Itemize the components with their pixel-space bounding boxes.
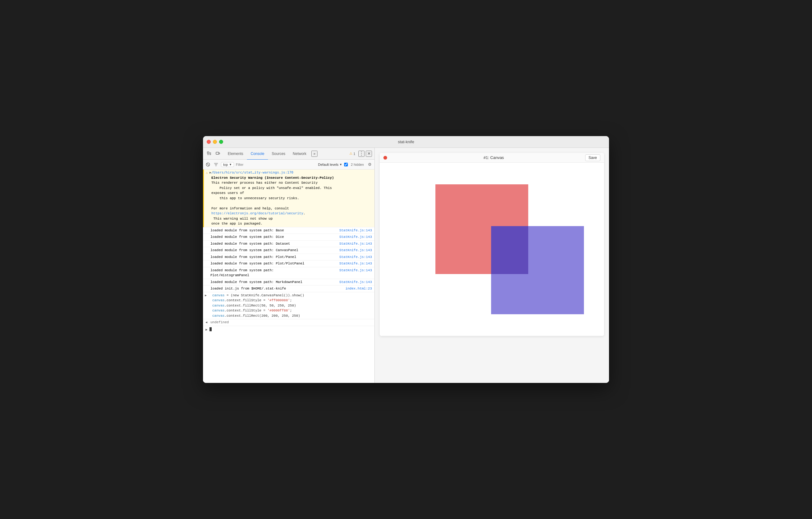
log-message-initjs: loaded init.js from $HOME/.stat-knife in… (203, 285, 374, 292)
maximize-button[interactable] (219, 140, 223, 144)
console-output: ⚠ ▶ /Users/hiro/src/stat…ity-warnings.js… (203, 170, 374, 383)
statknife-link-7[interactable]: StatKnife.js:143 (339, 268, 372, 273)
statknife-link-6[interactable]: StatKnife.js:143 (339, 261, 372, 266)
canvas-header: #1: Canvas Save (380, 153, 604, 163)
console-toolbar: top ▼ Default levels ▼ 2 hidden ⚙ (203, 160, 374, 170)
log-message-base: loaded module from system path: Base Sta… (203, 227, 374, 234)
overlap-area (491, 226, 528, 274)
inspect-element-button[interactable] (205, 150, 213, 157)
warning-file-path: /Users/hiro/src/stat…ity-warnings.js:170 (211, 170, 293, 175)
warning-message: ⚠ ▶ /Users/hiro/src/stat…ity-warnings.js… (203, 170, 374, 227)
statknife-link-5[interactable]: StatKnife.js:143 (339, 254, 372, 260)
log-message-dice: loaded module from system path: Dice Sta… (203, 234, 374, 241)
warning-triangle-icon: ⚠ (206, 171, 208, 176)
statknife-link-4[interactable]: StatKnife.js:143 (339, 248, 372, 253)
svg-rect-5 (216, 152, 219, 154)
console-input-code: canvas = (new StatKnife.CanvasPanel()).s… (212, 293, 372, 318)
hidden-count: 2 hidden (350, 163, 365, 166)
devtools-panel: Elements Console Sources Network » (203, 148, 375, 383)
security-doc-link[interactable]: https://electronjs.org/docs/tutorial/sec… (211, 212, 303, 215)
log-message-plotpanel: loaded module from system path: Plot/Pan… (203, 254, 374, 261)
canvas-status-dot (383, 156, 387, 160)
tab-console[interactable]: Console (247, 148, 268, 160)
canvas-drawing-area (386, 169, 598, 330)
warning-icon: ⚠ (349, 152, 352, 156)
new-input-line[interactable]: ▶ (203, 326, 374, 334)
minimize-button[interactable] (213, 140, 217, 144)
statknife-link-3[interactable]: StatKnife.js:143 (339, 241, 372, 246)
log-message-dataset: loaded module from system path: Dataset … (203, 241, 374, 247)
output-arrow-icon: ◀ (205, 320, 207, 325)
app-window: stat-knife (203, 136, 609, 383)
statknife-link-1[interactable]: StatKnife.js:143 (339, 228, 372, 233)
level-selector[interactable]: Default levels ▼ (318, 163, 342, 166)
main-content: Elements Console Sources Network » (203, 148, 609, 383)
title-bar: stat-knife (203, 136, 609, 148)
input-prompt-icon: ▶ (205, 293, 207, 298)
tab-elements[interactable]: Elements (224, 148, 247, 160)
traffic-lights (207, 140, 223, 144)
canvas-card: #1: Canvas Save (380, 153, 604, 336)
filter-toggle-button[interactable] (213, 161, 219, 167)
tab-sources[interactable]: Sources (268, 148, 289, 160)
svg-line-8 (207, 163, 209, 165)
log-message-histogrampanel: loaded module from system path:Plot/Hist… (203, 267, 374, 279)
window-title: stat-knife (398, 140, 414, 144)
result-value: undefined (210, 320, 229, 324)
canvas-title: #1: Canvas (387, 155, 600, 160)
console-input-block: ▶ canvas = (new StatKnife.CanvasPanel())… (203, 292, 374, 319)
svg-rect-6 (219, 153, 220, 154)
log-message-markdownpanel: loaded module from system path: Markdown… (203, 279, 374, 286)
warning-text: Electron Security Warning (Insecure Cont… (211, 175, 372, 226)
context-selector[interactable]: top ▼ (221, 162, 234, 167)
svg-rect-0 (207, 152, 209, 153)
file-link[interactable]: /Users/hiro/src/stat…ity-warnings.js:170 (211, 171, 293, 175)
clear-console-button[interactable] (205, 161, 211, 167)
cursor (209, 327, 212, 331)
canvas-body (380, 163, 604, 336)
app-panel: #1: Canvas Save (375, 148, 609, 383)
close-devtools-button[interactable]: ✕ (366, 151, 372, 157)
level-checkbox[interactable] (344, 163, 348, 166)
tab-network[interactable]: Network (289, 148, 310, 160)
close-button[interactable] (207, 140, 211, 144)
settings-icon[interactable]: ⚙ (367, 162, 373, 167)
responsive-mode-button[interactable] (214, 150, 222, 157)
log-message-canvaspanel: loaded module from system path: CanvasPa… (203, 247, 374, 254)
prompt-icon: ▶ (205, 327, 208, 333)
warning-badge[interactable]: ⚠ 1 (348, 151, 357, 156)
log-message-plotplotpanel: loaded module from system path: Plot/Plo… (203, 261, 374, 267)
console-result: ◀ undefined (203, 319, 374, 326)
more-options-button[interactable]: ⋮ (358, 151, 365, 157)
devtools-top-toolbar: Elements Console Sources Network » (203, 148, 374, 160)
index-html-link[interactable]: index.html:23 (345, 286, 372, 292)
filter-input[interactable] (236, 163, 316, 166)
statknife-link-8[interactable]: StatKnife.js:143 (339, 280, 372, 285)
save-button[interactable]: Save (585, 154, 600, 161)
expand-icon[interactable]: ▶ (209, 171, 211, 175)
more-tabs-button[interactable]: » (311, 151, 318, 157)
statknife-link-2[interactable]: StatKnife.js:143 (339, 235, 372, 240)
